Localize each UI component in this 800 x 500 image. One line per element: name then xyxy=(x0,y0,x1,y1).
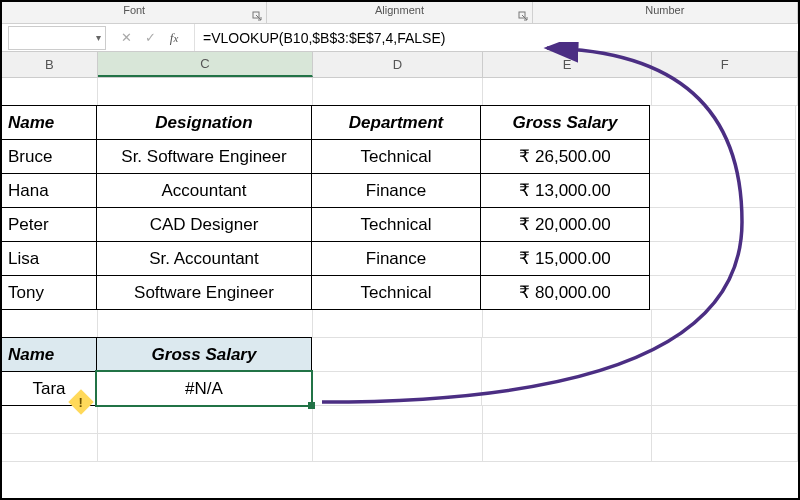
dialog-launcher-icon[interactable] xyxy=(252,11,262,21)
table-row[interactable]: Peter xyxy=(1,207,97,242)
cell[interactable] xyxy=(2,434,98,462)
table-row[interactable]: Bruce xyxy=(1,139,97,174)
table-row[interactable]: ₹ 20,000.00 xyxy=(480,207,650,242)
ribbon-group-font: Font xyxy=(2,2,267,23)
table-header-name[interactable]: Name xyxy=(1,105,97,140)
table-row[interactable]: Lisa xyxy=(1,241,97,276)
cell[interactable] xyxy=(483,78,653,106)
cell[interactable] xyxy=(98,406,313,434)
cell[interactable] xyxy=(652,338,798,372)
cell[interactable] xyxy=(483,434,653,462)
cell[interactable] xyxy=(652,406,798,434)
table-header-department[interactable]: Department xyxy=(311,105,481,140)
cell[interactable] xyxy=(652,372,798,406)
cell[interactable] xyxy=(652,78,798,106)
chevron-down-icon[interactable]: ▾ xyxy=(96,32,101,43)
cell[interactable] xyxy=(313,78,483,106)
column-header-D[interactable]: D xyxy=(313,52,483,77)
cancel-icon[interactable]: ✕ xyxy=(116,28,136,48)
formula-input[interactable]: =VLOOKUP(B10,$B$3:$E$7,4,FALSE) xyxy=(195,30,798,46)
name-box[interactable]: ▾ xyxy=(8,26,106,50)
column-header-C[interactable]: C xyxy=(98,52,313,77)
cell[interactable] xyxy=(312,338,482,372)
table-row[interactable]: Hana xyxy=(1,173,97,208)
cell[interactable] xyxy=(652,310,798,338)
cell[interactable] xyxy=(650,276,796,310)
table-row[interactable]: Finance xyxy=(311,173,481,208)
table-row[interactable]: Technical xyxy=(311,207,481,242)
table-header-salary[interactable]: Gross Salary xyxy=(480,105,650,140)
table-row[interactable]: Technical xyxy=(311,139,481,174)
lookup-result-cell[interactable]: #N/A xyxy=(96,371,312,406)
table-row[interactable]: CAD Designer xyxy=(96,207,312,242)
formula-bar: ▾ ✕ ✓ fx =VLOOKUP(B10,$B$3:$E$7,4,FALSE) xyxy=(2,24,798,52)
lookup-header-name[interactable]: Name xyxy=(1,337,97,372)
cell[interactable] xyxy=(313,406,483,434)
error-value: #N/A xyxy=(185,379,223,399)
cell[interactable] xyxy=(482,338,652,372)
enter-icon[interactable]: ✓ xyxy=(140,28,160,48)
table-row[interactable]: ₹ 80,000.00 xyxy=(480,275,650,310)
table-row[interactable]: Accountant xyxy=(96,173,312,208)
ribbon-group-alignment: Alignment xyxy=(267,2,532,23)
cell[interactable] xyxy=(98,310,313,338)
cell[interactable] xyxy=(650,174,796,208)
table-row[interactable]: Technical xyxy=(311,275,481,310)
cell[interactable] xyxy=(483,406,653,434)
spreadsheet-grid[interactable]: B C D E F Name Designation Department Gr… xyxy=(2,52,798,462)
cell[interactable] xyxy=(98,434,313,462)
column-header-E[interactable]: E xyxy=(483,52,653,77)
fill-handle[interactable] xyxy=(308,402,315,409)
table-row[interactable]: ₹ 26,500.00 xyxy=(480,139,650,174)
cell[interactable] xyxy=(2,78,98,106)
cell[interactable] xyxy=(98,78,313,106)
column-headers: B C D E F xyxy=(2,52,798,78)
cell[interactable] xyxy=(483,310,653,338)
column-header-B[interactable]: B xyxy=(2,52,98,77)
column-header-F[interactable]: F xyxy=(652,52,798,77)
cell[interactable] xyxy=(2,310,98,338)
cell[interactable] xyxy=(650,140,796,174)
cell[interactable] xyxy=(482,372,652,406)
cell[interactable] xyxy=(650,242,796,276)
table-row[interactable]: Sr. Accountant xyxy=(96,241,312,276)
ribbon-group-labels: Font Alignment Number xyxy=(2,2,798,24)
cell[interactable] xyxy=(652,434,798,462)
cell[interactable] xyxy=(313,434,483,462)
table-row[interactable]: Finance xyxy=(311,241,481,276)
table-row[interactable]: ₹ 13,000.00 xyxy=(480,173,650,208)
dialog-launcher-icon[interactable] xyxy=(518,11,528,21)
cell[interactable] xyxy=(312,372,482,406)
table-row[interactable]: Sr. Software Engineer xyxy=(96,139,312,174)
fx-icon[interactable]: fx xyxy=(164,28,184,48)
table-row[interactable]: ₹ 15,000.00 xyxy=(480,241,650,276)
table-header-designation[interactable]: Designation xyxy=(96,105,312,140)
cell[interactable] xyxy=(650,208,796,242)
table-row[interactable]: Software Engineer xyxy=(96,275,312,310)
table-row[interactable]: Tony xyxy=(1,275,97,310)
cell[interactable] xyxy=(313,310,483,338)
ribbon-group-number: Number xyxy=(533,2,798,23)
cell[interactable] xyxy=(650,106,796,140)
lookup-header-salary[interactable]: Gross Salary xyxy=(96,337,312,372)
